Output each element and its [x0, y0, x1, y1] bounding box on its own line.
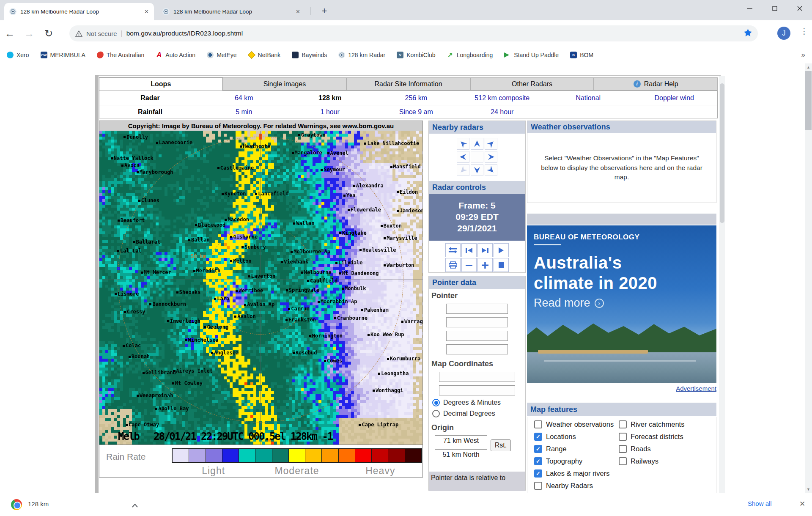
arrow-sw-icon[interactable]: [457, 164, 469, 176]
maximize-button[interactable]: [762, 0, 787, 17]
bookmark-item[interactable]: MetEye: [207, 52, 236, 58]
link-256-km[interactable]: 256 km: [405, 94, 427, 102]
browser-tab-active[interactable]: 128 km Melbourne Radar Loop ✕: [4, 3, 154, 20]
address-bar[interactable]: Not secure | bom.gov.au/products/IDR023.…: [69, 25, 758, 41]
radio-decimal-degrees[interactable]: Decimal Degrees: [432, 410, 525, 417]
arrow-e-icon[interactable]: [485, 151, 497, 163]
nav-tab-radar-site-information[interactable]: Radar Site Information: [346, 77, 470, 91]
link-1-hour[interactable]: 1 hour: [321, 108, 340, 115]
checkbox-icon[interactable]: ✓: [534, 445, 542, 453]
radio-button-icon[interactable]: [432, 399, 440, 406]
map-feature-lakes-major-rivers[interactable]: ✓Lakes & major rivers: [534, 469, 614, 478]
arrow-s-icon[interactable]: [471, 164, 483, 176]
map-feature-locations[interactable]: ✓Locations: [534, 433, 614, 441]
arrow-se-icon[interactable]: [485, 164, 497, 176]
map-feature-roads[interactable]: Roads: [619, 445, 684, 453]
minimize-button[interactable]: [737, 0, 762, 17]
radio-degrees-minutes[interactable]: Degrees & Minutes: [432, 399, 525, 406]
map-feature-range[interactable]: ✓Range: [534, 445, 614, 453]
download-filename[interactable]: 128 km: [28, 500, 49, 508]
link-24-hour[interactable]: 24 hour: [491, 108, 513, 115]
nav-tab-radar-help[interactable]: iRadar Help: [594, 77, 718, 91]
origin-west-field[interactable]: [435, 435, 487, 446]
ad-read-more-link[interactable]: Read more ›: [534, 296, 604, 310]
loop-toggle-icon[interactable]: [445, 243, 461, 257]
checkbox-icon[interactable]: ✓: [534, 457, 542, 465]
bookmark-item[interactable]: Xero: [7, 52, 29, 58]
bookmark-item[interactable]: VKombiClub: [397, 52, 435, 58]
checkbox-icon[interactable]: [619, 433, 627, 441]
print-icon[interactable]: [445, 258, 461, 272]
bookmark-star-icon[interactable]: [744, 29, 752, 38]
pointer-field-4[interactable]: [446, 344, 508, 354]
forward-icon[interactable]: →: [19, 27, 39, 39]
arrow-nw-icon[interactable]: [457, 138, 469, 150]
nav-tab-loops[interactable]: Loops: [99, 77, 223, 91]
link-5-min[interactable]: 5 min: [236, 108, 252, 115]
checkbox-icon[interactable]: ✓: [534, 469, 542, 478]
download-chevron-up-icon[interactable]: [132, 502, 138, 509]
browser-tab-inactive[interactable]: 128 km Melbourne Radar Loop ✕: [157, 3, 305, 20]
speed-down-icon[interactable]: [461, 258, 477, 272]
pointer-field-1[interactable]: [446, 304, 508, 314]
download-bar-close-icon[interactable]: ✕: [799, 500, 805, 508]
scrollbar-thumb[interactable]: [805, 71, 812, 130]
page-scrollbar[interactable]: ▲ ▼: [805, 63, 812, 493]
inner-frame-scrollbar[interactable]: [719, 76, 725, 493]
scroll-up-icon[interactable]: ▲: [805, 63, 812, 71]
bookmark-item[interactable]: 128 km Radar: [338, 52, 385, 58]
map-feature-river-catchments[interactable]: River catchments: [619, 420, 684, 428]
bookmark-item[interactable]: The Australian: [97, 52, 145, 58]
skip-end-icon[interactable]: [477, 243, 493, 257]
link-national[interactable]: National: [576, 94, 601, 102]
map-feature-railways[interactable]: Railways: [619, 457, 684, 465]
radio-button-icon[interactable]: [432, 410, 440, 417]
nav-tab-other-radars[interactable]: Other Radars: [470, 77, 594, 91]
checkbox-icon[interactable]: [534, 420, 542, 428]
profile-avatar[interactable]: J: [777, 27, 790, 40]
checkbox-icon[interactable]: [619, 457, 627, 465]
bookmark-item[interactable]: CWMERIMBULA: [41, 52, 85, 58]
stop-icon[interactable]: [494, 258, 509, 272]
new-tab-button[interactable]: +: [318, 5, 331, 18]
checkbox-icon[interactable]: [619, 445, 627, 453]
scroll-down-icon[interactable]: ▼: [805, 486, 812, 493]
tab-close-icon[interactable]: ✕: [296, 8, 300, 15]
link-64-km[interactable]: 64 km: [235, 94, 253, 102]
arrow-w-icon[interactable]: [457, 151, 469, 163]
bookmark-item[interactable]: BBOM: [570, 52, 593, 58]
map-coord-field-2[interactable]: [439, 385, 515, 395]
nav-tab-single-images[interactable]: Single images: [223, 77, 347, 91]
map-coord-field-1[interactable]: [439, 372, 515, 382]
advertisement-link[interactable]: Advertisement: [527, 385, 716, 392]
origin-north-field[interactable]: [435, 449, 487, 460]
skip-start-icon[interactable]: [461, 243, 477, 257]
back-icon[interactable]: ←: [0, 27, 19, 39]
bookmark-item[interactable]: AAuto Action: [156, 52, 195, 58]
checkbox-icon[interactable]: [534, 482, 542, 490]
bookmark-item[interactable]: Baywinds: [292, 52, 327, 58]
reload-icon[interactable]: ↻: [39, 27, 58, 39]
map-feature-weather-observations[interactable]: Weather observations: [534, 420, 614, 428]
close-button[interactable]: [787, 0, 812, 17]
tab-close-icon[interactable]: ✕: [144, 8, 149, 15]
checkbox-icon[interactable]: ✓: [534, 433, 542, 441]
link-doppler-wind[interactable]: Doppler wind: [655, 94, 694, 102]
map-feature-forecast-districts[interactable]: Forecast districts: [619, 433, 684, 441]
map-feature-topography[interactable]: ✓Topography: [534, 457, 614, 465]
link-since-9-am[interactable]: Since 9 am: [399, 108, 433, 115]
bookmark-item[interactable]: NetBank: [248, 52, 281, 58]
arrow-ne-icon[interactable]: [485, 138, 497, 150]
arrow-n-icon[interactable]: [471, 138, 483, 150]
play-icon[interactable]: [494, 243, 509, 257]
pointer-field-3[interactable]: [446, 331, 508, 341]
radar-map[interactable]: 50 km DunollyLaanecoorieHeathcoteGraytow…: [99, 131, 423, 445]
pointer-field-2[interactable]: [446, 317, 508, 327]
bookmarks-overflow-icon[interactable]: »: [801, 51, 805, 59]
browser-menu-icon[interactable]: ⋮: [800, 26, 808, 36]
bookmark-item[interactable]: ↗Longboarding: [447, 52, 493, 58]
origin-reset-button[interactable]: Rst.: [491, 439, 511, 451]
map-feature-nearby-radars[interactable]: Nearby Radars: [534, 482, 614, 490]
checkbox-icon[interactable]: [619, 420, 627, 428]
bookmark-item[interactable]: Stand Up Paddle: [504, 52, 559, 58]
